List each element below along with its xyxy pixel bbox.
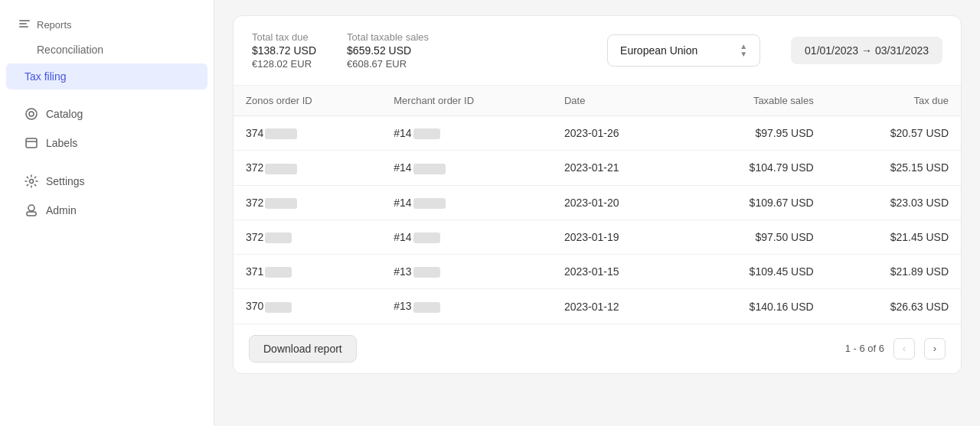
cell-date: 2023-01-21 [552, 151, 681, 185]
pagination-prev-button[interactable]: ‹ [893, 338, 915, 359]
cell-date: 2023-01-12 [552, 289, 681, 324]
total-sales-label: Total taxable sales [347, 31, 429, 43]
col-header-tax-due: Tax due [826, 86, 961, 116]
region-label: European Union [620, 44, 697, 57]
cell-taxable-sales: $109.45 USD [681, 255, 826, 289]
cell-taxable-sales: $97.95 USD [681, 116, 826, 151]
pagination-info: 1 - 6 of 6 [845, 343, 884, 354]
svg-point-7 [30, 180, 34, 184]
table-row: 372■■■■■■#14■■■■■■2023-01-20$109.67 USD$… [234, 185, 961, 220]
table-row: 372■■■■■#14■■■■■2023-01-19$97.50 USD$21.… [234, 220, 961, 254]
total-sales-eur: €608.67 EUR [347, 58, 429, 70]
cell-merchant-id: #13■■■■■ [381, 289, 552, 324]
sidebar-item-catalog[interactable]: Catalog [6, 100, 207, 128]
pagination: 1 - 6 of 6 ‹ › [845, 338, 946, 359]
labels-icon [24, 136, 38, 150]
cell-zonos-id: 372■■■■■■ [234, 185, 381, 220]
cell-zonos-id: 372■■■■■■ [234, 151, 381, 185]
reports-label: Reports [37, 19, 72, 31]
catalog-label: Catalog [46, 108, 83, 120]
col-header-taxable-sales: Taxable sales [681, 86, 826, 116]
admin-icon [24, 203, 38, 217]
sidebar: Reports Reconciliation Tax filing Catalo… [0, 0, 214, 426]
cell-taxable-sales: $140.16 USD [681, 289, 826, 324]
table-header-row: Zonos order ID Merchant order ID Date Ta… [234, 86, 961, 116]
total-sales-item: Total taxable sales $659.52 USD €608.67 … [347, 31, 429, 70]
cell-tax-due: $21.45 USD [826, 220, 961, 254]
table-row: 371■■■■■#13■■■■■2023-01-15$109.45 USD$21… [234, 255, 961, 289]
settings-icon [24, 174, 38, 188]
cell-date: 2023-01-26 [552, 116, 681, 151]
table-row: 372■■■■■■#14■■■■■■2023-01-21$104.79 USD$… [234, 151, 961, 185]
orders-table: Zonos order ID Merchant order ID Date Ta… [234, 86, 961, 324]
cell-taxable-sales: $104.79 USD [681, 151, 826, 185]
cell-date: 2023-01-20 [552, 185, 681, 220]
svg-rect-2 [19, 26, 28, 28]
total-sales-usd: $659.52 USD [347, 44, 429, 57]
cell-tax-due: $26.63 USD [826, 289, 961, 324]
sidebar-item-admin[interactable]: Admin [6, 197, 207, 224]
cell-taxable-sales: $97.50 USD [681, 220, 826, 254]
cell-date: 2023-01-15 [552, 255, 681, 289]
summary-row: Total tax due $138.72 USD €128.02 EUR To… [234, 16, 961, 86]
cell-tax-due: $21.89 USD [826, 255, 961, 289]
svg-rect-0 [19, 20, 30, 21]
svg-point-3 [26, 109, 37, 119]
cell-tax-due: $25.15 USD [826, 151, 961, 185]
svg-rect-5 [26, 138, 37, 148]
cell-merchant-id: #14■■■■■ [381, 220, 552, 254]
admin-label: Admin [46, 204, 77, 216]
catalog-icon [24, 107, 38, 121]
col-header-zonos-id: Zonos order ID [234, 86, 381, 116]
svg-rect-9 [28, 205, 34, 211]
reconciliation-label: Reconciliation [37, 44, 103, 56]
cell-zonos-id: 370■■■■■ [234, 289, 381, 324]
cell-tax-due: $23.03 USD [826, 185, 961, 220]
content-card: Total tax due $138.72 USD €128.02 EUR To… [233, 15, 962, 374]
date-range: 01/01/2023 → 03/31/2023 [791, 37, 942, 64]
table-wrapper: Zonos order ID Merchant order ID Date Ta… [234, 86, 961, 324]
cell-merchant-id: #13■■■■■ [381, 255, 552, 289]
col-header-date: Date [552, 86, 681, 116]
sidebar-item-labels[interactable]: Labels [6, 129, 207, 157]
tax-filing-label: Tax filing [24, 70, 66, 83]
total-tax-label: Total tax due [252, 31, 316, 43]
sidebar-item-settings[interactable]: Settings [6, 167, 207, 195]
reports-icon [18, 18, 31, 31]
pagination-next-button[interactable]: › [924, 338, 946, 359]
total-tax-item: Total tax due $138.72 USD €128.02 EUR [252, 31, 316, 70]
cell-zonos-id: 372■■■■■ [234, 220, 381, 254]
sidebar-item-tax-filing[interactable]: Tax filing [6, 63, 207, 89]
col-header-merchant-id: Merchant order ID [381, 86, 552, 116]
reports-section: Reports [0, 12, 214, 37]
region-selector[interactable]: European Union ▲▼ [607, 34, 760, 67]
labels-label: Labels [46, 137, 77, 149]
table-footer: Download report 1 - 6 of 6 ‹ › [234, 324, 961, 373]
download-report-button[interactable]: Download report [249, 335, 357, 363]
cell-tax-due: $20.57 USD [826, 116, 961, 151]
cell-zonos-id: 371■■■■■ [234, 255, 381, 289]
cell-date: 2023-01-19 [552, 220, 681, 254]
main-content: Total tax due $138.72 USD €128.02 EUR To… [214, 0, 980, 426]
chevrons-icon: ▲▼ [740, 43, 747, 58]
sidebar-item-reconciliation[interactable]: Reconciliation [6, 37, 207, 62]
svg-rect-8 [27, 212, 36, 216]
cell-merchant-id: #14■■■■■■ [381, 185, 552, 220]
total-tax-usd: $138.72 USD [252, 44, 316, 57]
svg-rect-1 [19, 23, 27, 24]
total-tax-eur: €128.02 EUR [252, 58, 316, 70]
cell-taxable-sales: $109.67 USD [681, 185, 826, 220]
cell-zonos-id: 374■■■■■■ [234, 116, 381, 151]
table-row: 374■■■■■■#14■■■■■2023-01-26$97.95 USD$20… [234, 116, 961, 151]
svg-point-4 [29, 112, 34, 116]
cell-merchant-id: #14■■■■■■ [381, 151, 552, 185]
cell-merchant-id: #14■■■■■ [381, 116, 552, 151]
table-row: 370■■■■■#13■■■■■2023-01-12$140.16 USD$26… [234, 289, 961, 324]
settings-label: Settings [46, 175, 85, 187]
